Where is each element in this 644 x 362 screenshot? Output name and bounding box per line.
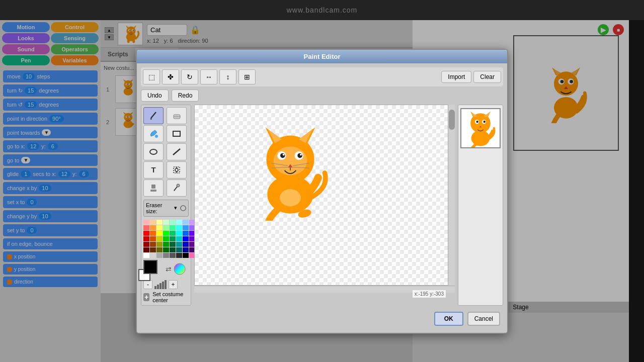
color-swatch[interactable]: [156, 253, 163, 258]
color-swatch[interactable]: [143, 253, 149, 258]
svg-point-92: [484, 121, 486, 123]
color-swatch[interactable]: [156, 247, 163, 252]
color-swatch[interactable]: [170, 253, 176, 258]
color-swatch[interactable]: [170, 236, 176, 241]
eraser-size-row[interactable]: Eraser size: ▾: [143, 200, 189, 217]
tool-stamp[interactable]: ✤: [162, 69, 179, 84]
color-swatch[interactable]: [163, 242, 169, 247]
preview-cat-svg: [461, 109, 500, 148]
foreground-color[interactable]: [143, 260, 157, 274]
draw-tool-fill[interactable]: [143, 125, 164, 142]
color-swatch[interactable]: [176, 247, 182, 252]
color-swatch[interactable]: [183, 247, 189, 252]
clear-button[interactable]: Clear: [473, 71, 501, 83]
color-swatch[interactable]: [150, 253, 156, 258]
draw-tool-eyedropper[interactable]: [167, 179, 187, 197]
draw-tool-line[interactable]: [167, 143, 187, 160]
color-swatch[interactable]: [170, 220, 176, 225]
color-swatch[interactable]: [176, 253, 182, 258]
svg-point-58: [177, 184, 180, 187]
color-swatch[interactable]: [170, 242, 176, 247]
color-swatch[interactable]: [156, 242, 163, 247]
pe-ok-button[interactable]: OK: [434, 312, 463, 326]
color-swatch[interactable]: [176, 231, 182, 236]
color-fg-bg: [143, 260, 164, 278]
zoom-out-button[interactable]: -: [143, 280, 152, 289]
color-swatch[interactable]: [183, 242, 189, 247]
draw-tool-text[interactable]: T: [143, 161, 164, 178]
color-swatch[interactable]: [143, 242, 149, 247]
color-swatch[interactable]: [143, 225, 149, 230]
color-swatch[interactable]: [163, 253, 169, 258]
color-swatch[interactable]: [150, 236, 156, 241]
draw-tool-ellipse[interactable]: [143, 143, 164, 160]
transform-tools-row: ⬚ ✤ ↻ ↔ ↕ ⊞ Import Clear: [141, 67, 503, 86]
svg-point-74: [300, 153, 302, 155]
color-swatch[interactable]: [150, 247, 156, 252]
tool-select-transform[interactable]: ⬚: [143, 69, 160, 84]
tool-rotate[interactable]: ↻: [181, 69, 198, 84]
color-swatch[interactable]: [143, 236, 149, 241]
color-swatch[interactable]: [150, 220, 156, 225]
color-swatch[interactable]: [176, 242, 182, 247]
canvas-scrollbar-v[interactable]: [448, 105, 455, 286]
color-swatch[interactable]: [176, 236, 182, 241]
color-swatch[interactable]: [176, 225, 182, 230]
color-swatch[interactable]: [156, 236, 163, 241]
svg-point-47: [155, 135, 158, 138]
pe-main-row: T: [141, 105, 503, 306]
color-swatch[interactable]: [163, 225, 169, 230]
import-button[interactable]: Import: [441, 71, 471, 83]
color-swatch[interactable]: [156, 231, 163, 236]
color-swatch[interactable]: [156, 225, 163, 230]
color-swatch[interactable]: [170, 247, 176, 252]
pe-footer: OK Cancel: [141, 309, 503, 329]
color-swatch[interactable]: [143, 220, 149, 225]
svg-rect-48: [173, 131, 180, 136]
scroll-thumb-v[interactable]: [449, 110, 455, 130]
color-swatch[interactable]: [143, 247, 149, 252]
color-swatch[interactable]: [150, 242, 156, 247]
color-wheel-icon[interactable]: [174, 263, 186, 275]
color-swatch[interactable]: [176, 220, 182, 225]
color-swatch[interactable]: [163, 231, 169, 236]
color-swatch[interactable]: [143, 231, 149, 236]
draw-tool-stamp2[interactable]: [143, 179, 164, 197]
color-swatch[interactable]: [150, 231, 156, 236]
color-swatch[interactable]: [170, 225, 176, 230]
zoom-in-button[interactable]: +: [169, 280, 178, 289]
color-swatch[interactable]: [183, 231, 189, 236]
svg-point-52: [175, 168, 178, 171]
color-swatch[interactable]: [163, 220, 169, 225]
color-swatch[interactable]: [150, 225, 156, 230]
color-swatch[interactable]: [170, 231, 176, 236]
color-swatch[interactable]: [183, 220, 189, 225]
tool-flip-h[interactable]: ↔: [200, 69, 217, 84]
color-swatch[interactable]: [163, 236, 169, 241]
svg-rect-56: [150, 190, 156, 192]
svg-point-72: [297, 153, 302, 158]
color-swatch[interactable]: [183, 225, 189, 230]
undo-button[interactable]: Undo: [141, 89, 169, 102]
draw-tool-select-region[interactable]: [167, 161, 187, 178]
pe-canvas[interactable]: [194, 105, 455, 286]
color-swatch[interactable]: [156, 220, 163, 225]
color-swap-icon[interactable]: ⇄: [166, 265, 172, 273]
draw-tool-pencil[interactable]: [143, 107, 164, 124]
color-swatch[interactable]: [163, 247, 169, 252]
tool-grid: T: [143, 107, 189, 197]
zoom-bar-3: [159, 283, 162, 289]
tool-group[interactable]: ⊞: [238, 69, 256, 84]
tool-flip-v[interactable]: ↕: [219, 69, 236, 84]
set-costume-center-row[interactable]: + Set costume center: [143, 291, 189, 303]
pe-cancel-button[interactable]: Cancel: [467, 312, 500, 326]
draw-tool-eraser[interactable]: [167, 107, 187, 124]
draw-tool-rect[interactable]: [167, 125, 187, 142]
color-swatch[interactable]: [183, 236, 189, 241]
eraser-dropdown-arrow: ▾: [174, 205, 177, 211]
paint-editor-title: Paint Editor: [304, 53, 341, 60]
zoom-bar-4: [162, 282, 164, 289]
canvas-coords: x:-195 y:-303: [413, 290, 446, 298]
color-swatch[interactable]: [183, 253, 189, 258]
redo-button[interactable]: Redo: [172, 89, 199, 102]
